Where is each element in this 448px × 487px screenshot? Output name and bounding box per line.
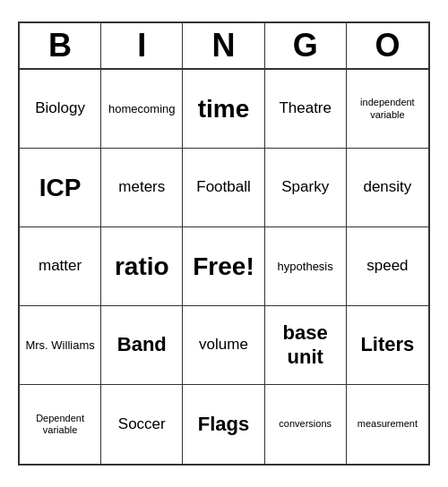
bingo-cell: meters [101, 149, 183, 227]
cell-text: ratio [115, 252, 169, 282]
bingo-cell: Free! [183, 227, 264, 306]
bingo-cell: independent variable [347, 70, 428, 149]
bingo-cell: homecoming [101, 70, 183, 149]
bingo-grid: BiologyhomecomingtimeTheatreindependent … [20, 70, 428, 464]
bingo-cell: Sparky [265, 149, 347, 227]
header-letter: N [183, 23, 264, 68]
cell-text: Football [196, 178, 250, 196]
header-letter: B [20, 23, 101, 68]
cell-text: Mrs. Williams [25, 338, 94, 353]
bingo-cell: matter [20, 227, 101, 306]
bingo-cell: speed [347, 227, 428, 306]
cell-text: Liters [360, 333, 414, 356]
cell-text: matter [39, 257, 82, 275]
bingo-cell: Mrs. Williams [20, 306, 101, 385]
bingo-cell: Flags [183, 385, 264, 464]
cell-text: volume [199, 336, 248, 354]
bingo-cell: Liters [347, 306, 428, 385]
bingo-cell: ICP [20, 149, 101, 227]
cell-text: Dependent variable [23, 413, 97, 436]
bingo-cell: time [183, 70, 264, 149]
bingo-cell: Dependent variable [20, 385, 101, 464]
cell-text: Flags [198, 413, 249, 436]
cell-text: Biology [35, 99, 85, 117]
bingo-cell: ratio [101, 227, 183, 306]
bingo-cell: density [347, 149, 428, 227]
cell-text: Free! [193, 252, 254, 282]
bingo-cell: conversions [265, 385, 347, 464]
header-letter: O [347, 23, 428, 68]
bingo-cell: Band [101, 306, 183, 385]
cell-text: conversions [279, 418, 332, 430]
bingo-header: BINGO [20, 23, 428, 70]
cell-text: measurement [358, 418, 418, 430]
bingo-card: BINGO BiologyhomecomingtimeTheatreindepe… [18, 21, 430, 466]
cell-text: Soccer [118, 415, 166, 433]
cell-text: time [198, 94, 250, 124]
bingo-cell: hypothesis [265, 227, 347, 306]
bingo-cell: volume [183, 306, 264, 385]
cell-text: Theatre [279, 99, 332, 117]
cell-text: speed [366, 257, 408, 275]
cell-text: hypothesis [278, 260, 333, 274]
bingo-cell: Soccer [101, 385, 183, 464]
cell-text: Band [117, 333, 167, 356]
cell-text: homecoming [108, 102, 175, 116]
cell-text: ICP [39, 173, 82, 203]
cell-text: Sparky [281, 178, 329, 196]
bingo-cell: measurement [347, 385, 428, 464]
cell-text: density [363, 178, 411, 196]
header-letter: G [265, 23, 347, 68]
bingo-cell: base unit [265, 306, 347, 385]
bingo-cell: Football [183, 149, 264, 227]
header-letter: I [101, 23, 183, 68]
bingo-cell: Theatre [265, 70, 347, 149]
cell-text: independent variable [350, 97, 425, 120]
cell-text: base unit [269, 321, 342, 369]
bingo-cell: Biology [20, 70, 101, 149]
cell-text: meters [118, 178, 165, 196]
